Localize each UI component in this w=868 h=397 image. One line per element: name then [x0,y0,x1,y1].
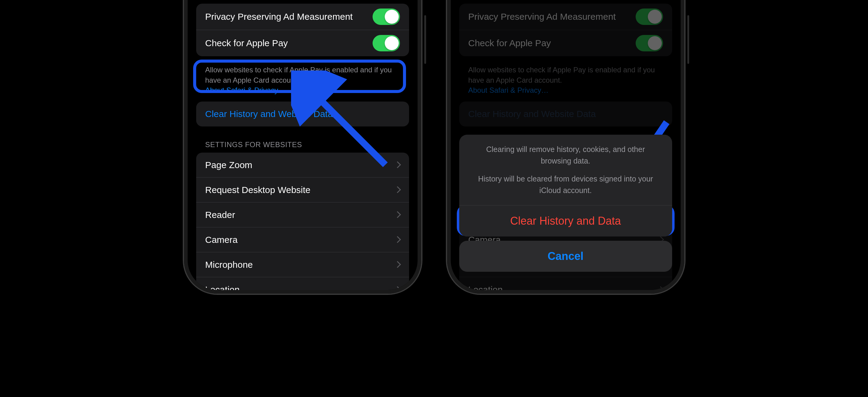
chevron-right-icon [394,261,401,268]
chevron-right-icon [394,236,401,243]
chevron-right-icon [394,286,401,290]
cancel-button[interactable]: Cancel [459,241,672,272]
settings-group: Page Zoom Request Desktop Website Reader… [196,153,409,290]
row-privacy-ad[interactable]: Privacy Preserving Ad Measurement [459,4,672,30]
row-camera[interactable]: Camera [196,227,409,252]
row-apple-pay[interactable]: Check for Apple Pay [459,30,672,56]
toggle-icon[interactable] [373,35,400,52]
phone-right: Privacy Preserving Ad Measurement Check … [447,0,684,294]
clear-history-and-data-button[interactable]: Clear History and Data [459,205,672,236]
row-privacy-ad[interactable]: Privacy Preserving Ad Measurement [196,4,409,30]
settings-header: SETTINGS FOR WEBSITES [196,131,409,153]
clear-history-label: Clear History and Website Data [468,108,663,120]
action-sheet: Clearing will remove history, cookies, a… [459,135,672,272]
chevron-right-icon [394,211,401,218]
apple-pay-footer: Allow websites to check if Apple Pay is … [459,61,672,102]
clear-history-row[interactable]: Clear History and Website Data [459,102,672,127]
row-page-zoom[interactable]: Page Zoom [196,153,409,177]
row-request-desktop[interactable]: Request Desktop Website [196,177,409,202]
privacy-group: Privacy Preserving Ad Measurement Check … [196,4,409,56]
row-reader[interactable]: Reader [196,202,409,227]
clear-history-row[interactable]: Clear History and Website Data [196,102,409,127]
row-location[interactable]: Location [196,277,409,290]
row-apple-pay[interactable]: Check for Apple Pay [196,30,409,56]
phone-left: Privacy Preserving Ad Measurement Check … [184,0,421,294]
sheet-message: Clearing will remove history, cookies, a… [459,135,672,205]
about-safari-link[interactable]: About Safari & Privacy… [468,86,549,94]
row-label: Privacy Preserving Ad Measurement [205,11,373,23]
about-safari-link[interactable]: About Safari & Privacy… [205,86,286,94]
privacy-group: Privacy Preserving Ad Measurement Check … [459,4,672,56]
chevron-right-icon [394,161,401,168]
row-microphone[interactable]: Microphone [196,252,409,277]
row-label: Check for Apple Pay [468,37,636,49]
toggle-icon[interactable] [636,8,663,25]
row-location[interactable]: Location [459,277,672,290]
row-label: Privacy Preserving Ad Measurement [468,11,636,23]
clear-history-label: Clear History and Website Data [205,108,400,120]
row-label: Check for Apple Pay [205,37,373,49]
apple-pay-footer: Allow websites to check if Apple Pay is … [196,61,409,102]
toggle-icon[interactable] [636,35,663,52]
toggle-icon[interactable] [373,8,400,25]
chevron-right-icon [657,286,664,290]
chevron-right-icon [394,186,401,193]
